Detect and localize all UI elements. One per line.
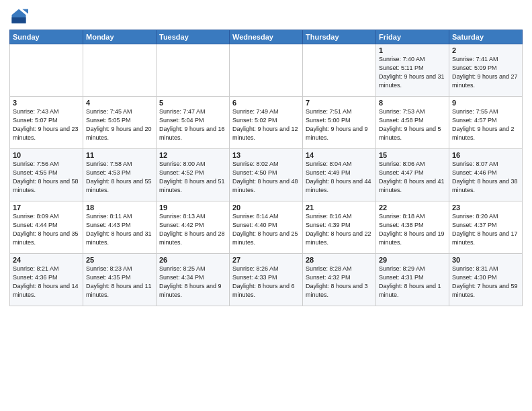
day-info: Sunrise: 8:21 AM Sunset: 4:36 PM Dayligh… bbox=[13, 265, 80, 300]
day-number: 17 bbox=[13, 203, 80, 212]
day-info: Sunrise: 8:31 AM Sunset: 4:30 PM Dayligh… bbox=[452, 265, 519, 300]
day-info: Sunrise: 8:25 AM Sunset: 4:34 PM Dayligh… bbox=[159, 265, 226, 300]
calendar-cell: 7Sunrise: 7:51 AM Sunset: 5:00 PM Daylig… bbox=[303, 97, 376, 149]
day-number: 5 bbox=[159, 99, 226, 107]
col-header-thursday: Thursday bbox=[303, 30, 376, 44]
logo bbox=[9, 7, 31, 26]
day-number: 15 bbox=[379, 151, 446, 159]
day-info: Sunrise: 7:56 AM Sunset: 4:55 PM Dayligh… bbox=[13, 160, 80, 195]
calendar-cell bbox=[10, 44, 83, 97]
calendar-cell: 3Sunrise: 7:43 AM Sunset: 5:07 PM Daylig… bbox=[10, 97, 83, 149]
day-number: 19 bbox=[159, 203, 226, 212]
calendar-cell: 25Sunrise: 8:23 AM Sunset: 4:35 PM Dayli… bbox=[83, 254, 157, 306]
day-info: Sunrise: 7:51 AM Sunset: 5:00 PM Dayligh… bbox=[306, 107, 373, 142]
day-info: Sunrise: 8:29 AM Sunset: 4:31 PM Dayligh… bbox=[379, 265, 446, 300]
day-info: Sunrise: 7:47 AM Sunset: 5:04 PM Dayligh… bbox=[159, 107, 226, 142]
day-info: Sunrise: 8:04 AM Sunset: 4:49 PM Dayligh… bbox=[306, 160, 373, 195]
calendar-cell: 28Sunrise: 8:28 AM Sunset: 4:32 PM Dayli… bbox=[303, 254, 376, 306]
day-info: Sunrise: 7:55 AM Sunset: 4:57 PM Dayligh… bbox=[452, 107, 519, 142]
day-info: Sunrise: 7:41 AM Sunset: 5:09 PM Dayligh… bbox=[452, 55, 519, 90]
day-number: 3 bbox=[13, 99, 80, 107]
calendar-table: SundayMondayTuesdayWednesdayThursdayFrid… bbox=[9, 30, 523, 306]
calendar-cell: 20Sunrise: 8:14 AM Sunset: 4:40 PM Dayli… bbox=[230, 201, 303, 254]
calendar-cell bbox=[303, 44, 376, 97]
day-info: Sunrise: 8:20 AM Sunset: 4:37 PM Dayligh… bbox=[452, 212, 519, 247]
col-header-sunday: Sunday bbox=[10, 30, 83, 44]
day-number: 30 bbox=[452, 256, 519, 264]
day-info: Sunrise: 8:28 AM Sunset: 4:32 PM Dayligh… bbox=[306, 265, 373, 300]
day-number: 16 bbox=[452, 151, 519, 159]
day-info: Sunrise: 7:53 AM Sunset: 4:58 PM Dayligh… bbox=[379, 107, 446, 142]
day-info: Sunrise: 7:45 AM Sunset: 5:05 PM Dayligh… bbox=[86, 107, 153, 142]
calendar-cell bbox=[230, 44, 303, 97]
calendar-cell: 30Sunrise: 8:31 AM Sunset: 4:30 PM Dayli… bbox=[449, 254, 523, 306]
day-number: 8 bbox=[379, 99, 446, 107]
day-number: 27 bbox=[232, 256, 300, 264]
calendar-cell: 12Sunrise: 8:00 AM Sunset: 4:52 PM Dayli… bbox=[157, 149, 230, 201]
day-number: 20 bbox=[232, 203, 300, 212]
day-info: Sunrise: 8:09 AM Sunset: 4:44 PM Dayligh… bbox=[13, 212, 80, 247]
calendar-cell: 22Sunrise: 8:18 AM Sunset: 4:38 PM Dayli… bbox=[376, 201, 449, 254]
calendar-cell: 14Sunrise: 8:04 AM Sunset: 4:49 PM Dayli… bbox=[303, 149, 376, 201]
calendar-week-4: 17Sunrise: 8:09 AM Sunset: 4:44 PM Dayli… bbox=[10, 201, 523, 254]
col-header-monday: Monday bbox=[83, 30, 157, 44]
calendar-cell: 19Sunrise: 8:13 AM Sunset: 4:42 PM Dayli… bbox=[157, 201, 230, 254]
day-number: 28 bbox=[306, 256, 373, 264]
day-info: Sunrise: 8:00 AM Sunset: 4:52 PM Dayligh… bbox=[159, 160, 226, 195]
day-info: Sunrise: 8:06 AM Sunset: 4:47 PM Dayligh… bbox=[379, 160, 446, 195]
calendar-cell: 27Sunrise: 8:26 AM Sunset: 4:33 PM Dayli… bbox=[230, 254, 303, 306]
calendar-cell: 2Sunrise: 7:41 AM Sunset: 5:09 PM Daylig… bbox=[449, 44, 523, 97]
day-number: 9 bbox=[452, 99, 519, 107]
day-info: Sunrise: 7:49 AM Sunset: 5:02 PM Dayligh… bbox=[232, 107, 300, 142]
calendar-cell: 23Sunrise: 8:20 AM Sunset: 4:37 PM Dayli… bbox=[449, 201, 523, 254]
day-number: 12 bbox=[159, 151, 226, 159]
day-number: 7 bbox=[306, 99, 373, 107]
day-info: Sunrise: 8:23 AM Sunset: 4:35 PM Dayligh… bbox=[86, 265, 153, 300]
day-info: Sunrise: 8:14 AM Sunset: 4:40 PM Dayligh… bbox=[232, 212, 300, 247]
day-info: Sunrise: 8:18 AM Sunset: 4:38 PM Dayligh… bbox=[379, 212, 446, 247]
calendar-cell: 8Sunrise: 7:53 AM Sunset: 4:58 PM Daylig… bbox=[376, 97, 449, 149]
calendar-cell: 4Sunrise: 7:45 AM Sunset: 5:05 PM Daylig… bbox=[83, 97, 157, 149]
day-info: Sunrise: 8:26 AM Sunset: 4:33 PM Dayligh… bbox=[232, 265, 300, 300]
day-info: Sunrise: 8:16 AM Sunset: 4:39 PM Dayligh… bbox=[306, 212, 373, 247]
day-info: Sunrise: 8:11 AM Sunset: 4:43 PM Dayligh… bbox=[86, 212, 153, 247]
calendar-cell: 24Sunrise: 8:21 AM Sunset: 4:36 PM Dayli… bbox=[10, 254, 83, 306]
svg-rect-2 bbox=[12, 17, 26, 24]
page: SundayMondayTuesdayWednesdayThursdayFrid… bbox=[0, 0, 532, 411]
day-number: 26 bbox=[159, 256, 226, 264]
day-number: 4 bbox=[86, 99, 153, 107]
day-info: Sunrise: 8:07 AM Sunset: 4:46 PM Dayligh… bbox=[452, 160, 519, 195]
col-header-tuesday: Tuesday bbox=[157, 30, 230, 44]
day-number: 18 bbox=[86, 203, 153, 212]
day-number: 24 bbox=[13, 256, 80, 264]
calendar-cell: 15Sunrise: 8:06 AM Sunset: 4:47 PM Dayli… bbox=[376, 149, 449, 201]
logo-icon bbox=[9, 7, 28, 26]
calendar-cell: 16Sunrise: 8:07 AM Sunset: 4:46 PM Dayli… bbox=[449, 149, 523, 201]
calendar-cell: 17Sunrise: 8:09 AM Sunset: 4:44 PM Dayli… bbox=[10, 201, 83, 254]
day-number: 10 bbox=[13, 151, 80, 159]
calendar-cell: 6Sunrise: 7:49 AM Sunset: 5:02 PM Daylig… bbox=[230, 97, 303, 149]
day-number: 23 bbox=[452, 203, 519, 212]
day-info: Sunrise: 7:40 AM Sunset: 5:11 PM Dayligh… bbox=[379, 55, 446, 90]
day-info: Sunrise: 7:58 AM Sunset: 4:53 PM Dayligh… bbox=[86, 160, 153, 195]
col-header-wednesday: Wednesday bbox=[230, 30, 303, 44]
day-number: 29 bbox=[379, 256, 446, 264]
col-header-friday: Friday bbox=[376, 30, 449, 44]
day-info: Sunrise: 7:43 AM Sunset: 5:07 PM Dayligh… bbox=[13, 107, 80, 142]
day-number: 22 bbox=[379, 203, 446, 212]
day-number: 13 bbox=[232, 151, 300, 159]
calendar-cell: 11Sunrise: 7:58 AM Sunset: 4:53 PM Dayli… bbox=[83, 149, 157, 201]
calendar-cell: 26Sunrise: 8:25 AM Sunset: 4:34 PM Dayli… bbox=[157, 254, 230, 306]
calendar-week-5: 24Sunrise: 8:21 AM Sunset: 4:36 PM Dayli… bbox=[10, 254, 523, 306]
day-info: Sunrise: 8:13 AM Sunset: 4:42 PM Dayligh… bbox=[159, 212, 226, 247]
calendar-cell: 13Sunrise: 8:02 AM Sunset: 4:50 PM Dayli… bbox=[230, 149, 303, 201]
calendar-week-2: 3Sunrise: 7:43 AM Sunset: 5:07 PM Daylig… bbox=[10, 97, 523, 149]
day-number: 2 bbox=[452, 46, 519, 54]
calendar-cell: 10Sunrise: 7:56 AM Sunset: 4:55 PM Dayli… bbox=[10, 149, 83, 201]
calendar-cell bbox=[83, 44, 157, 97]
day-number: 1 bbox=[379, 46, 446, 54]
calendar-week-1: 1Sunrise: 7:40 AM Sunset: 5:11 PM Daylig… bbox=[10, 44, 523, 97]
calendar-cell: 21Sunrise: 8:16 AM Sunset: 4:39 PM Dayli… bbox=[303, 201, 376, 254]
calendar-cell: 1Sunrise: 7:40 AM Sunset: 5:11 PM Daylig… bbox=[376, 44, 449, 97]
calendar-header-row: SundayMondayTuesdayWednesdayThursdayFrid… bbox=[10, 30, 523, 44]
